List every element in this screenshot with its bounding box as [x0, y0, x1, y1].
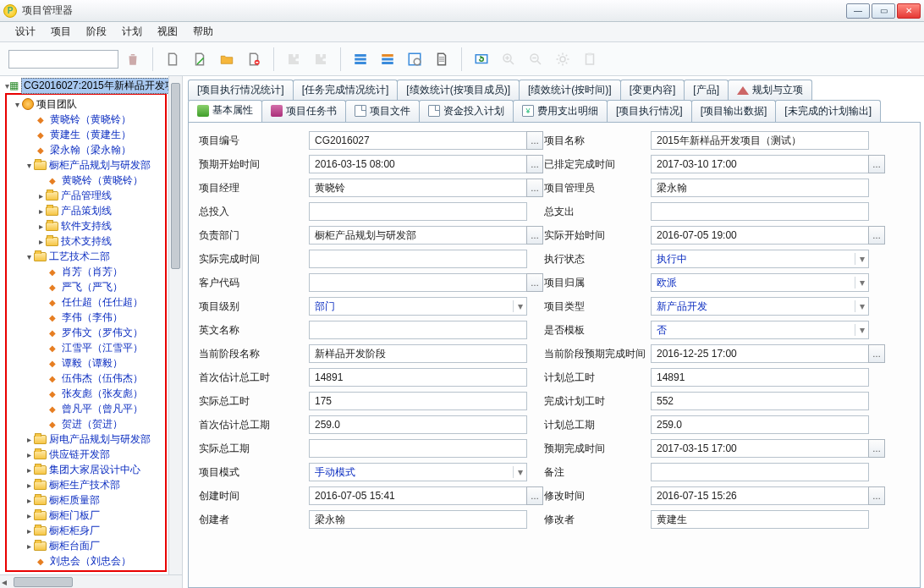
expand-icon[interactable]: ▾	[24, 161, 34, 170]
expand-icon[interactable]: ▸	[24, 435, 34, 444]
tree-dept[interactable]: ▸橱柜台面厂	[8, 538, 165, 553]
tree-dept[interactable]: ▸集团大家居设计中心	[8, 462, 165, 477]
field-value[interactable]	[651, 463, 869, 481]
tab-exec-stats[interactable]: [项目执行情况统计]	[188, 80, 294, 101]
expand-icon[interactable]: ▾	[12, 100, 22, 109]
menu-view[interactable]: 视图	[151, 23, 184, 41]
tree-member[interactable]: 李伟（李伟）	[8, 310, 165, 325]
tab-task-book[interactable]: 项目任务书	[261, 100, 346, 122]
field-value[interactable]	[651, 202, 869, 221]
expand-icon[interactable]: ▸	[24, 481, 34, 490]
view-list-orange-icon[interactable]	[375, 47, 400, 72]
tree-member[interactable]: 严飞（严飞）	[8, 279, 165, 294]
tree-vertical-scrollbar[interactable]	[168, 76, 182, 574]
tree-dept[interactable]: ▸厨电产品规划与研发部	[8, 431, 165, 447]
menu-design[interactable]: 设计	[8, 23, 42, 41]
new-doc-icon[interactable]	[160, 47, 185, 72]
field-value[interactable]: 14891	[309, 368, 527, 387]
lookup-button[interactable]: …	[868, 155, 885, 173]
tree-member[interactable]: 刘忠会（刘忠会）	[8, 553, 165, 569]
tree-root[interactable]: ▾ ▦ CG2016027:2015年新样品开发项目（	[3, 78, 182, 93]
expand-icon[interactable]: ▸	[24, 526, 34, 536]
tree-subdept[interactable]: ▸技术支持线	[8, 234, 165, 249]
tree-subdept[interactable]: ▸软件支持线	[8, 218, 165, 234]
lookup-button[interactable]: …	[868, 439, 885, 458]
tree-member[interactable]: 肖芳（肖芳）	[8, 264, 165, 279]
tab-changes[interactable]: [变更内容]	[620, 80, 685, 101]
tab-perf-time[interactable]: [绩效统计(按时间)]	[519, 80, 621, 101]
tree-subdept[interactable]: ▸产品策划线	[8, 203, 165, 218]
minimize-button[interactable]: —	[846, 3, 870, 19]
view-detail-icon[interactable]	[402, 47, 427, 72]
tab-perf-member[interactable]: [绩效统计(按项目成员)]	[397, 80, 520, 101]
field-value[interactable]: 2017-03-15 17:00	[651, 439, 869, 458]
field-value[interactable]: 2016-07-05 15:41	[309, 486, 527, 505]
tab-basic-attrs[interactable]: 基本属性	[188, 100, 262, 122]
field-value[interactable]: 黄晓铃	[309, 179, 527, 197]
expand-icon[interactable]: ▸	[36, 191, 46, 201]
tab-product[interactable]: [产品]	[684, 80, 729, 101]
tab-incomplete-output[interactable]: [未完成的计划输出]	[775, 100, 881, 122]
search-input[interactable]	[8, 50, 118, 69]
field-value[interactable]: 14891	[651, 368, 869, 387]
field-value[interactable]: 执行中	[651, 250, 869, 268]
lookup-button[interactable]: …	[868, 226, 885, 245]
document-icon[interactable]	[429, 47, 454, 72]
lookup-button[interactable]: …	[868, 486, 885, 505]
tree-member[interactable]: 黄建生（黄建生）	[8, 127, 165, 142]
tab-expense[interactable]: 费用支出明细	[513, 100, 608, 122]
tree-horizontal-scrollbar[interactable]: ◂	[0, 574, 182, 588]
tree-member[interactable]: 黄晓铃（黄晓铃）	[8, 112, 165, 127]
field-value[interactable]: 259.0	[651, 415, 869, 434]
expand-icon[interactable]: ▸	[36, 222, 46, 231]
expand-icon[interactable]: ▸	[24, 496, 34, 505]
field-value[interactable]: 欧派	[651, 273, 869, 292]
tab-fund-plan[interactable]: 资金投入计划	[419, 100, 514, 122]
delete-doc-icon[interactable]	[241, 47, 267, 72]
lookup-button[interactable]: …	[526, 486, 543, 505]
close-button[interactable]: ✕	[897, 3, 921, 19]
field-value[interactable]	[309, 321, 527, 339]
lookup-button[interactable]: …	[526, 179, 543, 197]
tree-member[interactable]: 伍伟杰（伍伟杰）	[8, 371, 165, 386]
view-list-blue-icon[interactable]	[348, 47, 373, 72]
tree-member[interactable]: 罗伟文（罗伟文）	[8, 325, 165, 340]
expand-icon[interactable]: ▾	[24, 252, 34, 261]
trash-icon[interactable]	[120, 47, 146, 72]
lookup-button[interactable]: …	[526, 273, 543, 292]
lookup-button[interactable]: …	[868, 344, 885, 363]
tab-exec-status[interactable]: [项目执行情况]	[607, 100, 692, 122]
tree-dept[interactable]: ▾工艺技术二部	[8, 249, 165, 264]
field-value[interactable]	[309, 250, 527, 268]
tree-member[interactable]: 黄晓铃（黄晓铃）	[8, 173, 165, 188]
lookup-button[interactable]: …	[526, 131, 543, 150]
scroll-left-icon[interactable]: ◂	[2, 576, 7, 588]
field-value[interactable]: 否	[651, 321, 869, 339]
field-value[interactable]: 2016-07-15 15:26	[651, 486, 869, 505]
tree-dept[interactable]: ▾橱柜产品规划与研发部	[8, 157, 165, 173]
lookup-button[interactable]: …	[526, 155, 543, 173]
edit-doc-icon[interactable]	[187, 47, 212, 72]
field-value[interactable]	[309, 273, 527, 292]
refresh-icon[interactable]	[469, 47, 494, 72]
expand-icon[interactable]: ▸	[24, 465, 34, 475]
field-value[interactable]	[309, 439, 527, 458]
menu-project[interactable]: 项目	[44, 23, 78, 41]
field-value[interactable]: 2016-07-05 19:00	[651, 226, 869, 245]
expand-icon[interactable]: ▸	[24, 541, 34, 551]
menu-phase[interactable]: 阶段	[80, 23, 113, 41]
tree-member[interactable]: 张友彪（张友彪）	[8, 386, 165, 401]
menu-plan[interactable]: 计划	[115, 23, 149, 41]
tree-member[interactable]: 梁永翰（梁永翰）	[8, 142, 165, 157]
tab-task-stats[interactable]: [任务完成情况统计]	[293, 80, 399, 101]
team-node[interactable]: ▾ 项目团队	[8, 96, 165, 112]
field-value[interactable]: 2016-03-15 08:00	[309, 155, 527, 173]
tree-member[interactable]: 任仕超（任仕超）	[8, 294, 165, 310]
tab-output-data[interactable]: [项目输出数据]	[691, 100, 777, 122]
tree-dept[interactable]: ▸橱柜质量部	[8, 492, 165, 508]
field-value[interactable]: 2017-03-10 17:00	[651, 155, 869, 173]
menu-help[interactable]: 帮助	[186, 23, 220, 41]
tab-project-files[interactable]: 项目文件	[345, 100, 420, 122]
expand-icon[interactable]: ▸	[24, 450, 34, 459]
field-value[interactable]: 梁永翰	[651, 179, 869, 197]
